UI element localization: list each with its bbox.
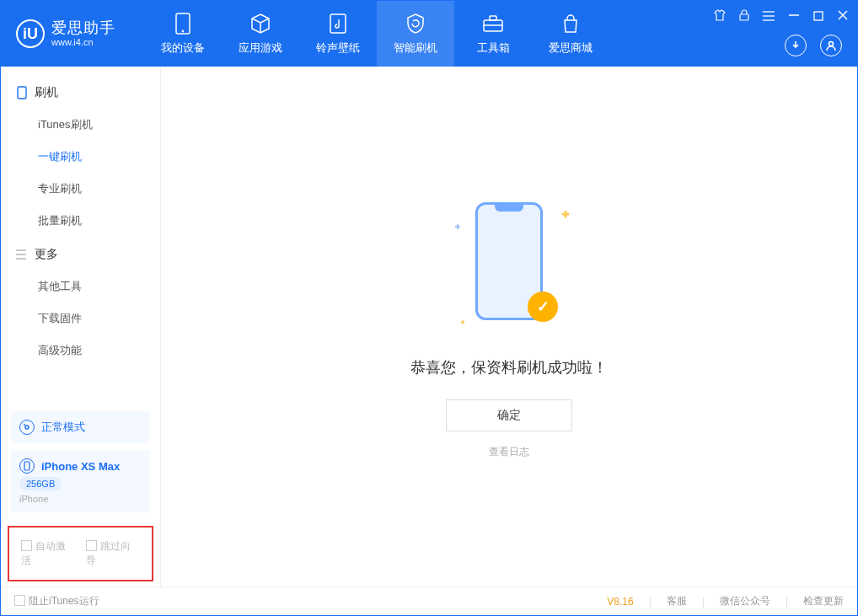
tab-label: 应用游戏: [239, 40, 282, 56]
cube-icon: [249, 12, 272, 35]
download-button[interactable]: [785, 35, 807, 56]
sidebar-item-download-firmware[interactable]: 下载固件: [1, 303, 160, 335]
skip-guide-checkbox[interactable]: 跳过向导: [86, 539, 141, 568]
app-url: www.i4.cn: [51, 37, 115, 47]
music-file-icon: [326, 12, 350, 35]
logo-icon: iU: [16, 19, 45, 48]
menu-icon[interactable]: [761, 8, 776, 25]
maximize-icon[interactable]: [812, 8, 825, 25]
success-message: 恭喜您，保资料刷机成功啦！: [410, 357, 608, 378]
svg-point-19: [25, 426, 29, 429]
tab-my-device[interactable]: 我的设备: [144, 1, 222, 67]
svg-rect-11: [814, 12, 823, 20]
tab-ringtones[interactable]: 铃声壁纸: [299, 1, 377, 67]
close-icon[interactable]: [835, 8, 850, 25]
tab-apps[interactable]: 应用游戏: [222, 1, 299, 67]
check-update-link[interactable]: 检查更新: [803, 594, 844, 608]
auto-activate-checkbox[interactable]: 自动激活: [21, 539, 76, 568]
minimize-icon[interactable]: [786, 8, 802, 25]
svg-point-20: [24, 424, 25, 426]
list-icon: [16, 249, 28, 260]
sidebar-item-oneclick-flash[interactable]: 一键刷机: [1, 141, 160, 173]
nav-tabs: 我的设备 应用游戏 铃声壁纸 智能刷机 工具箱 爱思商城: [144, 1, 609, 67]
bag-icon: [559, 12, 582, 35]
svg-rect-21: [24, 462, 29, 470]
sidebar-item-batch-flash[interactable]: 批量刷机: [1, 205, 160, 237]
tab-label: 我的设备: [161, 40, 205, 56]
tab-label: 智能刷机: [394, 40, 437, 56]
phone-icon: [171, 12, 195, 35]
ok-button[interactable]: 确定: [446, 399, 572, 431]
lock-icon[interactable]: [737, 8, 751, 25]
user-button[interactable]: [820, 35, 842, 56]
svg-point-1: [182, 30, 184, 32]
svg-rect-6: [740, 14, 748, 20]
options-highlight: 自动激活 跳过向导: [8, 526, 153, 581]
sidebar-item-other-tools[interactable]: 其他工具: [1, 271, 160, 303]
main-content: ✓ 恭喜您，保资料刷机成功啦！ 确定 查看日志: [161, 67, 857, 587]
check-badge-icon: ✓: [528, 292, 558, 322]
statusbar: 阻止iTunes运行 V8.16 | 客服 | 微信公众号 | 检查更新: [1, 587, 857, 615]
mode-icon: [19, 420, 35, 435]
device-type: iPhone: [19, 494, 48, 504]
tshirt-icon[interactable]: [712, 8, 727, 25]
svg-rect-2: [330, 14, 346, 33]
app-logo: iU 爱思助手 www.i4.cn: [1, 1, 129, 67]
device-storage: 256GB: [19, 477, 62, 490]
titlebar: iU 爱思助手 www.i4.cn 我的设备 应用游戏 铃声壁纸 智能刷机: [1, 1, 857, 67]
tab-label: 爱思商城: [549, 40, 593, 56]
device-mode-card[interactable]: 正常模式: [11, 411, 150, 443]
sidebar-section-more: 更多: [1, 237, 160, 271]
svg-rect-4: [490, 16, 496, 20]
sidebar-item-itunes-flash[interactable]: iTunes刷机: [1, 109, 160, 141]
section-label: 更多: [35, 247, 58, 262]
success-illustration: ✓: [450, 194, 568, 337]
phone-small-icon: [16, 87, 28, 99]
section-label: 刷机: [35, 85, 58, 100]
svg-rect-15: [18, 87, 26, 99]
tab-label: 工具箱: [477, 40, 510, 56]
view-log-link[interactable]: 查看日志: [489, 445, 529, 459]
sidebar-item-advanced[interactable]: 高级功能: [1, 335, 160, 367]
sidebar-item-pro-flash[interactable]: 专业刷机: [1, 173, 160, 205]
header-right-icons: [785, 35, 842, 56]
wechat-link[interactable]: 微信公众号: [720, 594, 770, 608]
window-controls: [712, 8, 850, 25]
sidebar: 刷机 iTunes刷机 一键刷机 专业刷机 批量刷机 更多 其他工具 下载固件 …: [1, 67, 161, 587]
tab-toolbox[interactable]: 工具箱: [454, 1, 532, 67]
app-name: 爱思助手: [51, 20, 115, 37]
device-icon: [19, 458, 35, 474]
toolbox-icon: [481, 12, 505, 35]
block-itunes-checkbox[interactable]: 阻止iTunes运行: [14, 594, 99, 608]
support-link[interactable]: 客服: [667, 594, 687, 608]
tab-label: 铃声壁纸: [316, 40, 360, 56]
shield-refresh-icon: [404, 12, 427, 35]
svg-point-14: [829, 42, 834, 46]
device-mode-label: 正常模式: [41, 420, 85, 435]
device-info-card[interactable]: iPhone XS Max 256GB iPhone: [11, 450, 150, 512]
device-name: iPhone XS Max: [41, 460, 120, 473]
tab-smart-flash[interactable]: 智能刷机: [377, 1, 454, 67]
version-label: V8.16: [607, 596, 633, 608]
tab-store[interactable]: 爱思商城: [532, 1, 609, 67]
sidebar-section-flash: 刷机: [1, 75, 160, 109]
